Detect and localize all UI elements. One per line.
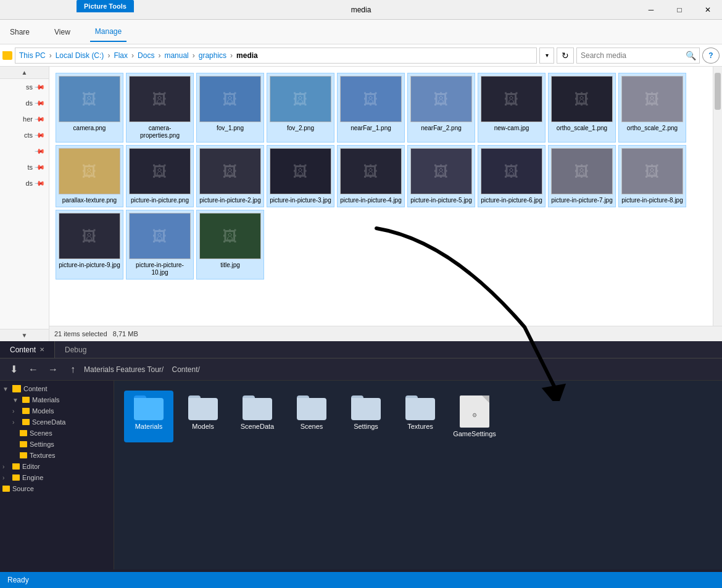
address-bar: This PC › Local Disk (C:) › Flax › Docs … xyxy=(0,44,722,67)
folder-materials[interactable]: Materials xyxy=(124,391,173,442)
folder-models-icon xyxy=(188,395,218,420)
tree-item-editor[interactable]: › Editor xyxy=(0,461,114,472)
table-row[interactable]: 🖼nearFar_1.png xyxy=(337,73,405,143)
file-name-label: picture-in-picture-4.jpg xyxy=(340,197,402,204)
picture-tools-tab[interactable]: Picture Tools xyxy=(77,0,134,12)
list-item[interactable]: cts 📌 xyxy=(0,127,49,143)
table-row[interactable]: 🖼parallax-texture.png xyxy=(56,145,123,207)
tree-item-materials[interactable]: ▼ Materials xyxy=(0,394,114,405)
table-row[interactable]: 🖼ortho_scale_1.png xyxy=(548,73,616,143)
table-row[interactable]: 🖼picture-in-picture-4.jpg xyxy=(337,145,405,207)
address-dropdown-button[interactable]: ▾ xyxy=(539,48,554,64)
file-name-label: picture-in-picture-6.jpg xyxy=(481,197,542,204)
breadcrumb-manual[interactable]: manual xyxy=(164,51,188,60)
scrollbar-thumb[interactable] xyxy=(715,73,721,110)
table-row[interactable]: 🖼camera.png xyxy=(56,73,123,143)
table-row[interactable]: 🖼picture-in-picture-5.jpg xyxy=(407,145,475,207)
tree-item-content[interactable]: ▼ Content xyxy=(0,383,114,394)
table-row[interactable]: 🖼fov_1.png xyxy=(196,73,264,143)
tree-item-textures[interactable]: Textures xyxy=(0,450,114,461)
tab-debug[interactable]: Debug xyxy=(55,341,96,358)
folder-scenes-label: Scenes xyxy=(301,423,323,430)
folder-settings-label: Settings xyxy=(354,423,378,430)
tree-item-settings[interactable]: Settings xyxy=(0,439,114,450)
folder-icon xyxy=(12,463,20,470)
pin-icon: 📌 xyxy=(33,97,45,109)
table-row[interactable]: 🖼nearFar_2.png xyxy=(407,73,475,143)
file-gamesettings-label: GameSettings xyxy=(453,430,496,437)
breadcrumb-local-disk[interactable]: Local Disk (C:) xyxy=(56,51,104,60)
folder-textures[interactable]: Textures xyxy=(396,391,445,442)
breadcrumb[interactable]: This PC › Local Disk (C:) › Flax › Docs … xyxy=(15,48,537,64)
tab-content[interactable]: Content ✕ xyxy=(0,341,55,358)
tree-item-scenedata[interactable]: › SceneData xyxy=(0,416,114,428)
folder-icon xyxy=(20,441,27,447)
folder-settings-icon xyxy=(351,395,381,420)
tab-share[interactable]: Share xyxy=(5,23,35,41)
folder-icon xyxy=(12,474,20,481)
close-button[interactable]: ✕ xyxy=(694,0,722,20)
tree-item-models[interactable]: › Models xyxy=(0,405,114,416)
download-button[interactable]: ⬇ xyxy=(5,361,22,378)
minimize-button[interactable]: ─ xyxy=(637,0,665,20)
folder-materials-icon xyxy=(134,395,164,420)
table-row[interactable]: 🖼ortho_scale_2.png xyxy=(618,73,686,143)
file-name-label: picture-in-picture-10.jpg xyxy=(129,262,191,276)
scroll-up-button[interactable]: ▲ xyxy=(0,67,49,79)
folder-settings[interactable]: Settings xyxy=(341,391,391,442)
scroll-down-button[interactable]: ▼ xyxy=(0,329,49,341)
pin-icon: 📌 xyxy=(33,129,45,141)
table-row[interactable]: 🖼title.jpg xyxy=(196,210,264,280)
list-item[interactable]: ds 📌 xyxy=(0,175,49,191)
table-row[interactable]: 🖼picture-in-picture-10.jpg xyxy=(126,210,194,280)
folder-scenes[interactable]: Scenes xyxy=(287,391,336,442)
editor-tabs: Content ✕ Debug xyxy=(0,341,722,358)
up-button[interactable]: ↑ xyxy=(64,361,81,378)
breadcrumb-this-pc[interactable]: This PC xyxy=(19,51,46,60)
breadcrumb-docs[interactable]: Docs xyxy=(138,51,154,60)
table-row[interactable]: 🖼picture-in-picture-8.jpg xyxy=(618,145,686,207)
tab-close-icon[interactable]: ✕ xyxy=(39,346,44,353)
table-row[interactable]: 🖼picture-in-picture-3.jpg xyxy=(267,145,334,207)
tab-manage[interactable]: Manage xyxy=(90,22,127,42)
list-item[interactable]: her 📌 xyxy=(0,111,49,127)
file-name-label: camera.png xyxy=(59,125,120,132)
status-ready-label: Ready xyxy=(7,576,29,584)
breadcrumb-flax[interactable]: Flax xyxy=(114,51,128,60)
list-item[interactable]: ss 📌 xyxy=(0,79,49,95)
breadcrumb-graphics[interactable]: graphics xyxy=(199,51,226,60)
back-button[interactable]: ← xyxy=(25,361,42,378)
content-nav: ⬇ ← → ↑ Materials Features Tour/ Content… xyxy=(0,358,722,381)
tree-item-scenes[interactable]: Scenes xyxy=(0,428,114,439)
folder-scenedata[interactable]: SceneData xyxy=(233,391,282,442)
list-item[interactable]: ts 📌 xyxy=(0,159,49,175)
table-row[interactable]: 🖼picture-in-picture-2.jpg xyxy=(196,145,264,207)
help-button[interactable]: ? xyxy=(702,48,720,64)
file-grid-scroll: 🖼camera.png🖼camera-properties.png🖼fov_1.… xyxy=(49,67,713,326)
table-row[interactable]: 🖼picture-in-picture.png xyxy=(126,145,194,207)
list-item[interactable]: ds 📌 xyxy=(0,95,49,111)
bottom-status-bar: Ready xyxy=(0,572,722,588)
vertical-scrollbar[interactable] xyxy=(713,67,722,326)
file-name-label: nearFar_2.png xyxy=(410,125,472,132)
file-gamesettings[interactable]: ⚙ GameSettings xyxy=(450,391,499,442)
tree-item-engine[interactable]: › Engine xyxy=(0,472,114,483)
tab-view[interactable]: View xyxy=(49,23,75,41)
list-item[interactable]: 📌 xyxy=(0,143,49,159)
file-name-label: new-cam.jpg xyxy=(481,125,542,132)
table-row[interactable]: 🖼fov_2.png xyxy=(267,73,334,143)
folder-models[interactable]: Models xyxy=(178,391,228,442)
table-row[interactable]: 🖼picture-in-picture-6.jpg xyxy=(478,145,546,207)
tree-item-source[interactable]: Source xyxy=(0,483,114,494)
search-input[interactable] xyxy=(577,51,682,60)
folder-icon xyxy=(2,51,12,60)
table-row[interactable]: 🖼camera-properties.png xyxy=(126,73,194,143)
forward-button[interactable]: → xyxy=(44,361,62,378)
maximize-button[interactable]: □ xyxy=(665,0,694,20)
search-icon[interactable]: 🔍 xyxy=(682,48,699,63)
refresh-button[interactable]: ↻ xyxy=(557,48,574,64)
file-name-label: picture-in-picture-7.jpg xyxy=(551,197,613,204)
table-row[interactable]: 🖼picture-in-picture-7.jpg xyxy=(548,145,616,207)
table-row[interactable]: 🖼picture-in-picture-9.jpg xyxy=(56,210,123,280)
table-row[interactable]: 🖼new-cam.jpg xyxy=(478,73,546,143)
